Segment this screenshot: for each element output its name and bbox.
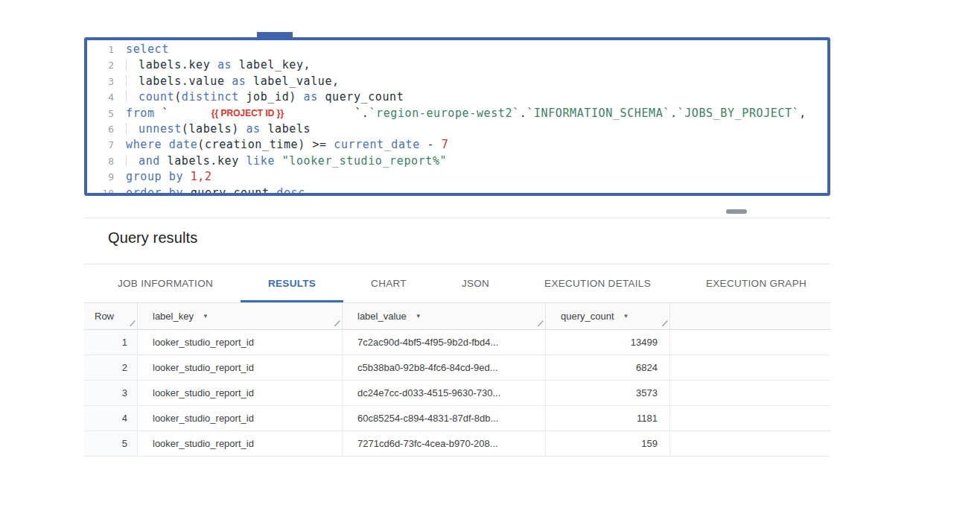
cell-label-key: looker_studio_report_id: [138, 381, 343, 405]
code-token: query_count: [183, 186, 276, 196]
column-header-label: label_value: [357, 311, 407, 322]
column-resize-icon[interactable]: ∕∕: [664, 319, 667, 328]
code-line-2[interactable]: 2labels.key as label_key,: [87, 57, 827, 73]
table-row: 5looker_studio_report_id7271cd6d-73fc-4c…: [84, 431, 830, 457]
code-token: as: [232, 74, 246, 88]
code-token: desc: [276, 186, 305, 196]
tab-execution-details[interactable]: EXECUTION DETAILS: [517, 264, 678, 302]
indent-guide-icon: [126, 59, 127, 70]
code-token: [162, 138, 169, 151]
code-line-7[interactable]: 7where date(creation_time) >= current_da…: [87, 137, 827, 153]
code-token: count: [139, 90, 174, 104]
column-resize-icon[interactable]: ∕∕: [539, 319, 543, 328]
code-text: order by query_count desc: [126, 185, 305, 196]
tab-json[interactable]: JSON: [434, 264, 517, 302]
code-token: ,: [799, 107, 806, 120]
code-token: group by: [126, 170, 183, 183]
sql-editor[interactable]: 1select2labels.key as label_key,3labels.…: [84, 37, 830, 196]
indent-guide-icon: [126, 123, 127, 134]
code-text: labels.key as label_key,: [126, 57, 311, 73]
code-token: from: [126, 107, 155, 120]
indent-guide-icon: [126, 91, 127, 102]
column-header-label_value[interactable]: label_value▼∕∕: [343, 303, 546, 329]
cell-label-value: c5b38ba0-92b8-4fc6-84cd-9ed...: [343, 355, 546, 380]
code-token: unnest: [139, 122, 182, 136]
column-resize-icon[interactable]: ∕∕: [336, 319, 340, 328]
line-number: 9: [87, 169, 126, 185]
sort-dropdown-icon[interactable]: ▼: [203, 313, 209, 320]
code-token: and: [139, 154, 160, 168]
line-number: 5: [87, 106, 126, 121]
column-resize-icon[interactable]: ∕∕: [131, 319, 135, 328]
column-header-row[interactable]: Row∕∕: [84, 303, 138, 329]
code-token: .: [520, 107, 527, 120]
indent-guide-icon: [126, 75, 127, 86]
column-header-label: label_key: [153, 311, 194, 322]
tab-results[interactable]: RESULTS: [241, 264, 343, 302]
column-header-label: Row: [95, 311, 114, 322]
code-token: label_key,: [232, 58, 311, 72]
code-token: `: [155, 107, 169, 120]
line-number: 2: [87, 57, 126, 73]
code-token: as: [217, 58, 232, 72]
code-line-3[interactable]: 3labels.value as label_value,: [87, 74, 827, 89]
code-line-4[interactable]: 4count(distinct job_id) as query_count: [87, 89, 827, 105]
code-line-8[interactable]: 8and labels.key like "looker_studio_repo…: [87, 153, 827, 169]
results-tabs: JOB INFORMATIONRESULTSCHARTJSONEXECUTION…: [84, 264, 830, 303]
code-token: labels.key: [139, 58, 217, 72]
cell-query-count: 1181: [546, 406, 670, 431]
sort-dropdown-icon[interactable]: ▼: [623, 313, 629, 320]
cell-query-count: 159: [546, 431, 670, 456]
table-row: 2looker_studio_report_idc5b38ba0-92b8-4f…: [84, 355, 830, 381]
code-token: select: [126, 42, 169, 56]
line-number: 1: [87, 42, 126, 57]
cell-label-value: 7271cd6d-73fc-4cea-b970-208...: [343, 431, 546, 456]
code-token: (creation_time) >=: [197, 138, 334, 151]
tab-job-information[interactable]: JOB INFORMATION: [90, 264, 241, 302]
project-id-redaction: {{ PROJECT ID }}: [211, 108, 284, 118]
code-token: `JOBS_BY_PROJECT`: [678, 107, 800, 120]
code-text: select: [126, 42, 169, 57]
code-token: label_value,: [246, 74, 339, 88]
panel-resize-handle[interactable]: [726, 209, 747, 214]
code-line-9[interactable]: 9group by 1,2: [87, 169, 827, 185]
code-token: distinct: [182, 90, 239, 104]
column-header-label: query_count: [561, 311, 614, 322]
cell-row-number: 1: [84, 330, 138, 355]
code-token: query_count: [318, 90, 404, 104]
tab-chart[interactable]: CHART: [343, 264, 434, 302]
code-token: [275, 154, 282, 168]
line-number: 7: [87, 137, 126, 153]
code-token: order by: [126, 186, 183, 196]
cell-label-key: looker_studio_report_id: [138, 431, 343, 456]
cell-query-count: 13499: [546, 330, 670, 355]
query-results-title: Query results: [108, 229, 197, 247]
tab-execution-graph[interactable]: EXECUTION GRAPH: [678, 264, 830, 302]
line-number: 8: [87, 153, 126, 169]
code-token: date: [169, 138, 198, 151]
code-text: labels.value as label_value,: [126, 74, 340, 89]
column-header-label_key[interactable]: label_key▼∕∕: [138, 303, 343, 329]
table-header-row: Row∕∕label_key▼∕∕label_value▼∕∕query_cou…: [84, 303, 830, 330]
code-text: from `{{ PROJECT ID }}`.`region-europe-w…: [126, 106, 806, 121]
code-line-1[interactable]: 1select: [87, 42, 827, 57]
code-line-6[interactable]: 6unnest(labels) as labels: [87, 121, 827, 137]
code-token: 1,2: [191, 170, 212, 183]
code-token: 7: [442, 138, 449, 151]
line-number: 6: [87, 121, 126, 137]
table-row: 4looker_studio_report_id60c85254-c894-48…: [84, 406, 830, 431]
code-line-10[interactable]: 10order by query_count desc: [87, 185, 827, 196]
code-token: `region-europe-west2`: [369, 107, 519, 120]
cell-label-value: 7c2ac90d-4bf5-4f95-9b2d-fbd4...: [343, 330, 546, 355]
code-token: "looker_studio_report%": [282, 154, 448, 168]
sort-dropdown-icon[interactable]: ▼: [416, 313, 421, 320]
code-token: .: [670, 107, 678, 120]
code-text: where date(creation_time) >= current_dat…: [126, 137, 448, 153]
code-token: -: [420, 138, 442, 151]
line-number: 3: [87, 74, 126, 89]
cell-row-number: 4: [84, 406, 138, 431]
code-text: and labels.key like "looker_studio_repor…: [126, 153, 447, 169]
cell-query-count: 3573: [546, 381, 670, 405]
code-line-5[interactable]: 5from `{{ PROJECT ID }}`.`region-europe-…: [87, 106, 827, 121]
column-header-query_count[interactable]: query_count▼∕∕: [546, 303, 670, 329]
